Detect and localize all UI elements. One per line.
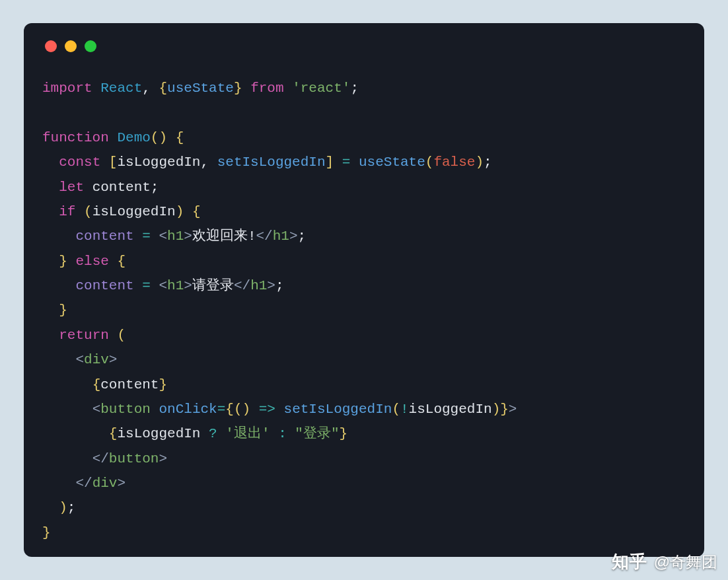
text-welcome: 欢迎回来! (192, 229, 256, 244)
keyword-return: return (59, 328, 109, 343)
zoom-icon[interactable] (85, 40, 96, 52)
jsx-attr-onclick: onClick (159, 402, 217, 417)
identifier-content: content (92, 180, 151, 195)
zhihu-logo: 知乎 (612, 550, 647, 573)
watermark-author: @奇舞团 (654, 552, 717, 573)
text-please-login: 请登录 (192, 278, 234, 293)
close-icon[interactable] (45, 40, 57, 52)
keyword-else: else (75, 254, 108, 269)
code-block: import React, {useState} from 'react'; f… (42, 76, 686, 545)
keyword-let: let (59, 180, 84, 195)
jsx-tag-button: button (100, 402, 151, 417)
keyword-const: const (59, 155, 100, 170)
identifier-setisloggedin: setIsLoggedIn (217, 155, 326, 170)
jsx-tag-h1: h1 (167, 229, 184, 244)
jsx-tag-div: div (84, 352, 109, 367)
string-logout: '退出' (225, 426, 270, 441)
code-editor-window: import React, {useState} from 'react'; f… (24, 23, 704, 557)
identifier-react: React (100, 81, 142, 96)
watermark: 知乎 @奇舞团 (612, 550, 717, 573)
identifier-demo: Demo (117, 130, 150, 145)
minimize-icon[interactable] (65, 40, 77, 52)
string-react: 'react' (292, 81, 350, 96)
string-login: "登录" (295, 426, 339, 441)
keyword-if: if (59, 204, 75, 219)
keyword-function: function (42, 130, 109, 145)
window-traffic-lights (45, 40, 686, 52)
literal-false: false (433, 155, 475, 170)
identifier-isloggedin: isLoggedIn (117, 155, 200, 170)
keyword-import: import (42, 81, 92, 96)
keyword-from: from (250, 81, 283, 96)
identifier-usestate: useState (167, 81, 234, 96)
